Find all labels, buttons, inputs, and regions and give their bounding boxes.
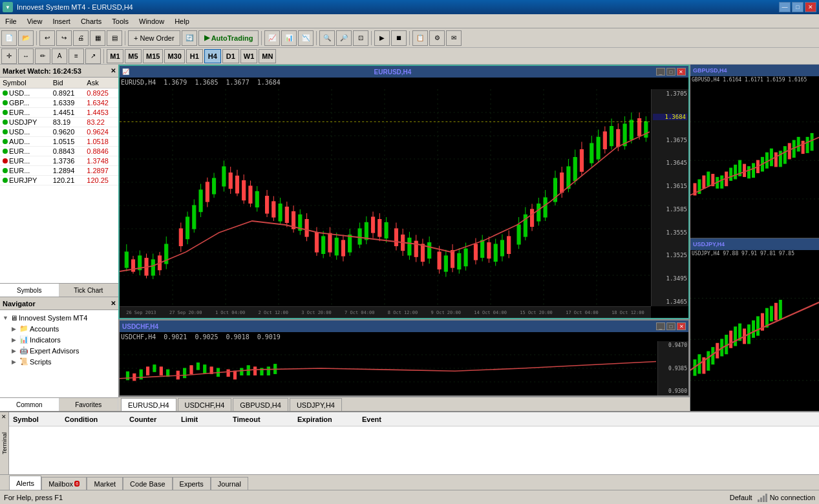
tab-alerts[interactable]: Alerts bbox=[9, 476, 41, 490]
menu-charts[interactable]: Charts bbox=[76, 14, 107, 28]
toolbar-scroll-btn[interactable]: ⊡ bbox=[353, 30, 368, 46]
toolbar-arrow[interactable]: ↗ bbox=[85, 48, 101, 64]
toolbar-expert-btn2[interactable]: ⏹ bbox=[391, 30, 407, 46]
maximize-button[interactable]: □ bbox=[792, 2, 803, 12]
market-watch-close[interactable]: ✕ bbox=[111, 67, 116, 74]
tab-mailbox[interactable]: Mailbox 6 bbox=[41, 477, 87, 490]
market-watch-row[interactable]: EURJPY 120.21 120.25 bbox=[0, 176, 118, 185]
market-watch-row[interactable]: EUR... 1.2894 1.2897 bbox=[0, 166, 118, 176]
tab-journal[interactable]: Journal bbox=[211, 477, 248, 490]
toolbar-sep-4 bbox=[316, 31, 317, 45]
tab-experts[interactable]: Experts bbox=[173, 477, 211, 490]
autotrading-button[interactable]: ▶ AutoTrading bbox=[198, 30, 259, 46]
nav-expert-advisors[interactable]: ▶ 🤖 Expert Advisors bbox=[12, 345, 116, 356]
toolbar-chart-btn1[interactable]: ▦ bbox=[90, 30, 105, 46]
mw-symbol: USDJPY bbox=[0, 118, 50, 127]
chart-eurusd-minimize[interactable]: _ bbox=[656, 68, 665, 76]
market-watch-scroll[interactable]: Symbol Bid Ask USD... 0.8921 0.8925 GBP.… bbox=[0, 78, 118, 283]
menu-help[interactable]: Help bbox=[169, 14, 195, 28]
toolbar-candle-btn[interactable]: 📉 bbox=[298, 30, 314, 46]
chart-eurusd-maximize[interactable]: □ bbox=[666, 68, 675, 76]
chart-eurusd-close[interactable]: ✕ bbox=[677, 68, 686, 76]
toolbar-move[interactable]: ↔ bbox=[18, 48, 34, 64]
nav-tab-common[interactable]: Common bbox=[0, 398, 59, 411]
alerts-close-btn[interactable]: ✕ bbox=[1, 414, 6, 420]
mini-usdjpy-body[interactable] bbox=[690, 257, 819, 412]
menu-tools[interactable]: Tools bbox=[107, 14, 134, 28]
chart-usdchf-body[interactable]: USDCHF,H4 0.9021 0.9025 0.9018 0.9019 bbox=[120, 332, 688, 395]
tf-d1[interactable]: D1 bbox=[222, 49, 239, 63]
menu-window[interactable]: Window bbox=[134, 14, 169, 28]
tf-w1[interactable]: W1 bbox=[240, 49, 258, 63]
toolbar-undo-btn[interactable]: ↩ bbox=[39, 30, 55, 46]
market-watch-row[interactable]: USD... 0.8921 0.8925 bbox=[0, 89, 118, 98]
tf-mn[interactable]: MN bbox=[259, 49, 276, 63]
toolbar-print-btn[interactable]: 🖨 bbox=[73, 30, 89, 46]
no-connection-indicator: No connection bbox=[758, 493, 815, 502]
menu-insert[interactable]: Insert bbox=[47, 14, 76, 28]
toolbar-crosshair[interactable]: ✛ bbox=[1, 48, 17, 64]
tf-m5[interactable]: M5 bbox=[125, 49, 142, 63]
chart-usdchf-close[interactable]: ✕ bbox=[677, 322, 686, 330]
tab-market[interactable]: Market bbox=[87, 477, 123, 490]
chart-eurusd-info: EURUSD,H4 1.3679 1.3685 1.3677 1.3684 bbox=[121, 79, 281, 86]
toolbar-draw[interactable]: ✏ bbox=[35, 48, 50, 64]
chart-tab-usdchf[interactable]: USDCHF,H4 bbox=[178, 398, 232, 411]
mini-gbpusd-body[interactable] bbox=[690, 83, 819, 238]
menu-view[interactable]: View bbox=[22, 14, 48, 28]
toolbar-refresh-btn[interactable]: 🔄 bbox=[182, 30, 197, 46]
toolbar-expert-btn1[interactable]: ▶ bbox=[374, 30, 390, 46]
market-watch-row[interactable]: USDJPY 83.19 83.22 bbox=[0, 118, 118, 127]
chart-usdchf-maximize[interactable]: □ bbox=[666, 322, 675, 330]
menu-file[interactable]: File bbox=[0, 14, 22, 28]
market-watch-row[interactable]: GBP... 1.6339 1.6342 bbox=[0, 98, 118, 108]
toolbar-redo-btn[interactable]: ↪ bbox=[56, 30, 72, 46]
toolbar-zoom-in[interactable]: 🔍 bbox=[319, 30, 335, 46]
chart-tab-usdjpy[interactable]: USDJPY,H4 bbox=[290, 398, 342, 411]
market-watch-row[interactable]: EUR... 1.3736 1.3748 bbox=[0, 156, 118, 166]
nav-accounts[interactable]: ▶ 📁 Accounts bbox=[12, 323, 116, 334]
toolbar-bar-btn[interactable]: 📊 bbox=[281, 30, 297, 46]
market-watch-row[interactable]: AUD... 1.0515 1.0518 bbox=[0, 137, 118, 147]
toolbar-settings-btn[interactable]: ⚙ bbox=[429, 30, 445, 46]
toolbar-line-btn[interactable]: 📈 bbox=[264, 30, 280, 46]
market-watch-row[interactable]: USD... 0.9620 0.9624 bbox=[0, 127, 118, 137]
navigator-close[interactable]: ✕ bbox=[111, 300, 116, 307]
tf-m1[interactable]: M1 bbox=[107, 49, 123, 63]
chart-usdchf-info: USDCHF,H4 0.9021 0.9025 0.9018 0.9019 bbox=[121, 333, 281, 341]
toolbar-new-btn[interactable]: 📄 bbox=[1, 30, 17, 46]
nav-root[interactable]: ▼ 🖥 Innovest System MT4 bbox=[3, 313, 116, 323]
svg-rect-210 bbox=[770, 149, 772, 165]
mw-tab-tick-chart[interactable]: Tick Chart bbox=[59, 284, 119, 297]
toolbar-zoom-out[interactable]: 🔎 bbox=[336, 30, 352, 46]
svg-rect-189 bbox=[690, 83, 819, 238]
terminal-label[interactable]: Terminal bbox=[1, 432, 8, 454]
mw-tab-symbols[interactable]: Symbols bbox=[0, 284, 59, 297]
chart-usdchf-minimize[interactable]: _ bbox=[656, 322, 665, 330]
tf-h1[interactable]: H1 bbox=[186, 49, 203, 63]
svg-rect-219 bbox=[811, 134, 813, 151]
tf-m15[interactable]: M15 bbox=[143, 49, 163, 63]
mw-ask: 83.22 bbox=[84, 118, 118, 127]
new-order-button[interactable]: + New Order bbox=[128, 30, 180, 46]
tf-h4[interactable]: H4 bbox=[204, 49, 221, 63]
toolbar-fib[interactable]: ≡ bbox=[69, 48, 84, 64]
toolbar-mail-btn[interactable]: ✉ bbox=[446, 30, 462, 46]
close-button[interactable]: ✕ bbox=[805, 2, 816, 12]
toolbar-chart-btn2[interactable]: ▤ bbox=[107, 30, 122, 46]
toolbar-open-btn[interactable]: 📂 bbox=[18, 30, 34, 46]
nav-tab-favorites[interactable]: Favorites bbox=[59, 398, 119, 411]
market-watch-row[interactable]: EUR... 1.4451 1.4453 bbox=[0, 108, 118, 118]
chart-tab-eurusd[interactable]: EURUSD,H4 bbox=[121, 398, 176, 411]
minimize-button[interactable]: — bbox=[779, 2, 791, 12]
tf-m30[interactable]: M30 bbox=[164, 49, 184, 63]
toolbar-indicator-btn[interactable]: 📋 bbox=[412, 30, 428, 46]
toolbar-text[interactable]: A bbox=[52, 48, 67, 64]
chart-eurusd-body[interactable]: EURUSD,H4 1.3679 1.3685 1.3677 1.3684 bbox=[120, 78, 688, 318]
tab-codebase[interactable]: Code Base bbox=[123, 477, 172, 490]
chart-tab-gbpusd[interactable]: GBPUSD,H4 bbox=[233, 398, 288, 411]
svg-rect-240 bbox=[765, 308, 768, 327]
nav-indicators[interactable]: ▶ 📊 Indicators bbox=[12, 334, 116, 345]
market-watch-row[interactable]: EUR... 0.8843 0.8846 bbox=[0, 147, 118, 156]
nav-scripts[interactable]: ▶ 📜 Scripts bbox=[12, 356, 116, 367]
